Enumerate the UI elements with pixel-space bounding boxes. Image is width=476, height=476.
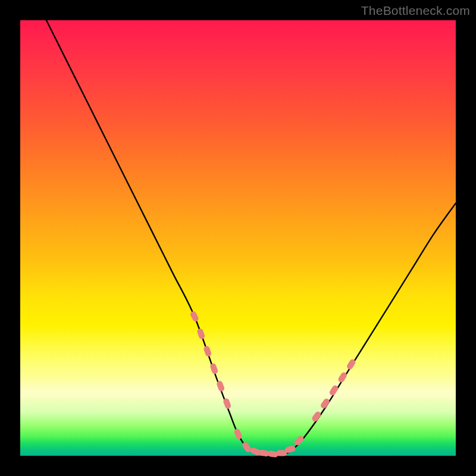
highlight-dots xyxy=(189,311,356,458)
highlight-dot xyxy=(328,384,339,397)
curve-svg xyxy=(20,20,456,456)
highlight-dot xyxy=(209,362,218,374)
highlight-dot xyxy=(311,411,322,422)
highlight-dot xyxy=(320,397,331,409)
plot-area xyxy=(20,20,456,456)
watermark-text: TheBottleneck.com xyxy=(361,4,470,18)
highlight-dot xyxy=(189,311,199,323)
chart-frame: TheBottleneck.com xyxy=(0,0,476,476)
bottleneck-curve-path xyxy=(46,20,456,455)
highlight-dot xyxy=(233,428,243,440)
highlight-dot xyxy=(293,435,305,447)
highlight-dot xyxy=(196,328,205,340)
highlight-dot xyxy=(203,345,212,357)
